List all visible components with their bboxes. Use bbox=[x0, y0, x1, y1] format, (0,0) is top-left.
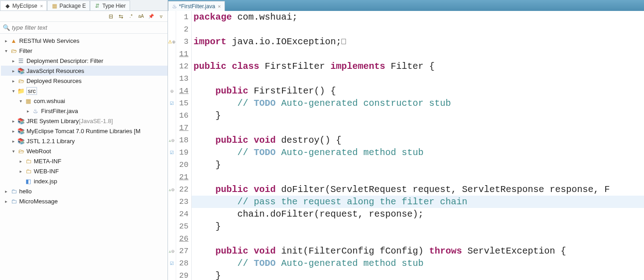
warning-icon[interactable]: ⚠ bbox=[168, 39, 172, 44]
filter-input[interactable] bbox=[12, 24, 165, 31]
code-line[interactable]: } bbox=[192, 159, 644, 171]
code-line[interactable] bbox=[192, 73, 644, 85]
link-with-editor-button[interactable]: ⇆ bbox=[117, 13, 125, 20]
marker-cell[interactable]: ☑ bbox=[168, 97, 176, 109]
line-number[interactable]: 14 bbox=[176, 87, 191, 95]
marker-cell[interactable]: ▵⊖ bbox=[168, 134, 176, 146]
tree-node[interactable]: ▸▲RESTful Web Services bbox=[1, 36, 168, 46]
tree-node[interactable]: ▸📚JavaScript Resources bbox=[1, 66, 168, 76]
marker-cell[interactable]: ⚠⊕ bbox=[168, 36, 176, 48]
task-icon[interactable]: ☑ bbox=[170, 150, 174, 155]
line-number[interactable]: 20 bbox=[176, 161, 191, 169]
code-line[interactable]: public class FirstFilter implements Filt… bbox=[192, 60, 644, 73]
code-line[interactable] bbox=[192, 23, 644, 36]
code-line[interactable]: public void doFilter(ServletRequest requ… bbox=[192, 183, 644, 196]
chevron-right-icon[interactable]: ▸ bbox=[10, 118, 16, 124]
tree-node[interactable]: ▸☰Deployment Descriptor: Filter bbox=[1, 56, 168, 66]
view-tab-package-explorer[interactable]: ▦ Package E bbox=[47, 0, 90, 10]
tree-node[interactable]: ▸🗀MicroMessage bbox=[1, 196, 168, 206]
chevron-down-icon[interactable]: ▾ bbox=[10, 148, 16, 154]
view-tab-myeclipse[interactable]: ◆ MyEclipse × bbox=[0, 0, 47, 10]
fold-minus-icon[interactable]: ⊖ bbox=[170, 89, 174, 93]
tree-node[interactable]: ▸📚JRE System Library [JavaSE-1.8] bbox=[1, 116, 168, 126]
line-number[interactable]: 15 bbox=[176, 99, 191, 108]
fold-minus-icon[interactable]: ⊖ bbox=[171, 249, 175, 254]
chevron-right-icon[interactable]: ▸ bbox=[3, 198, 9, 204]
collapsed-region-icon[interactable] bbox=[341, 39, 346, 44]
close-icon[interactable]: × bbox=[40, 3, 43, 9]
line-number[interactable]: 22 bbox=[176, 185, 191, 194]
marker-cell[interactable]: ▵⊖ bbox=[168, 245, 176, 257]
chevron-right-icon[interactable]: ▸ bbox=[3, 188, 9, 194]
chevron-down-icon[interactable]: ▾ bbox=[10, 88, 16, 94]
line-number[interactable]: 23 bbox=[176, 197, 191, 206]
line-number[interactable]: 25 bbox=[176, 222, 191, 231]
line-number[interactable]: 16 bbox=[176, 111, 191, 120]
line-number[interactable]: 3 bbox=[176, 37, 191, 46]
chevron-right-icon[interactable]: ▸ bbox=[10, 78, 16, 84]
line-number[interactable]: 18 bbox=[176, 136, 191, 145]
chevron-right-icon[interactable]: ▸ bbox=[10, 67, 16, 74]
chevron-right-icon[interactable]: ▸ bbox=[10, 138, 16, 144]
collapse-all-button[interactable]: ⊟ bbox=[107, 13, 115, 20]
chevron-right-icon[interactable]: ▸ bbox=[10, 57, 16, 64]
tree-node[interactable]: ▸🗀hello bbox=[1, 186, 168, 196]
line-number[interactable]: 19 bbox=[176, 148, 191, 157]
tree-node[interactable]: ▾🗁WebRoot bbox=[1, 146, 168, 156]
code-line[interactable]: // pass the request along the filter cha… bbox=[192, 196, 644, 208]
tree-node[interactable]: ▸🗀META-INF bbox=[1, 156, 168, 166]
code-line[interactable]: // TODO Auto-generated method stub bbox=[192, 146, 644, 159]
line-number[interactable]: 26 bbox=[176, 234, 191, 243]
code-line[interactable]: public void init(FilterConfig fConfig) t… bbox=[192, 245, 644, 257]
code-line[interactable] bbox=[192, 233, 644, 245]
marker-cell[interactable]: ▵⊖ bbox=[168, 183, 176, 196]
marker-cell[interactable]: ☑ bbox=[168, 146, 176, 159]
fold-minus-icon[interactable]: ⊖ bbox=[171, 138, 175, 143]
chevron-right-icon[interactable]: ▸ bbox=[3, 37, 9, 44]
code-line[interactable]: import java.io.IOException; bbox=[192, 36, 644, 48]
match-case-button[interactable]: aA bbox=[137, 13, 145, 20]
tree-node[interactable]: ▾🗁Filter bbox=[1, 46, 168, 56]
chevron-right-icon[interactable]: ▸ bbox=[25, 108, 31, 114]
code-line[interactable]: } bbox=[192, 270, 644, 280]
fold-minus-icon[interactable]: ⊖ bbox=[171, 187, 175, 192]
code-area[interactable]: package com.wshuai;import java.io.IOExce… bbox=[192, 11, 644, 280]
task-icon[interactable]: ☑ bbox=[170, 261, 174, 266]
tree-node[interactable]: ▾📁src bbox=[1, 86, 168, 96]
chevron-right-icon[interactable]: ▸ bbox=[17, 158, 24, 164]
line-number[interactable]: 17 bbox=[176, 124, 191, 132]
marker-column[interactable]: ⚠⊕⊖☑▵⊖☑▵⊖▵⊖☑ bbox=[168, 11, 176, 280]
tree-node[interactable]: ▸🗁Deployed Resources bbox=[1, 76, 168, 86]
chevron-down-icon[interactable]: ▾ bbox=[17, 98, 24, 104]
tree-node[interactable]: ◧index.jsp bbox=[1, 176, 168, 186]
line-number-gutter[interactable]: 1231112131415161718192021222324252627282… bbox=[176, 11, 192, 280]
filter-regex-button[interactable]: .* bbox=[127, 13, 135, 20]
line-number[interactable]: 29 bbox=[176, 271, 191, 280]
view-tab-type-hierarchy[interactable]: ⇵ Type Hier bbox=[90, 0, 130, 10]
line-number[interactable]: 28 bbox=[176, 259, 191, 268]
line-number[interactable]: 27 bbox=[176, 247, 191, 255]
line-number[interactable]: 11 bbox=[176, 50, 191, 58]
tree-node[interactable]: ▸📚JSTL 1.2.1 Library bbox=[1, 136, 168, 146]
close-icon[interactable]: × bbox=[218, 4, 220, 9]
code-line[interactable]: chain.doFilter(request, response); bbox=[192, 208, 644, 220]
project-tree[interactable]: ▸▲RESTful Web Services▾🗁Filter▸☰Deployme… bbox=[0, 34, 168, 280]
line-number[interactable]: 21 bbox=[176, 173, 191, 181]
pin-button[interactable]: 📌 bbox=[147, 13, 155, 20]
code-line[interactable]: // TODO Auto-generated constructor stub bbox=[192, 97, 644, 109]
tree-node[interactable]: ▸♨FirstFilter.java bbox=[1, 106, 168, 116]
tree-node[interactable]: ▸📚MyEclipse Tomcat 7.0 Runtime Libraries… bbox=[1, 126, 168, 136]
chevron-right-icon[interactable]: ▸ bbox=[10, 128, 16, 134]
code-line[interactable]: package com.wshuai; bbox=[192, 11, 644, 23]
code-line[interactable] bbox=[192, 48, 644, 60]
marker-cell[interactable]: ⊖ bbox=[168, 85, 176, 97]
tree-node[interactable]: ▸🗀WEB-INF bbox=[1, 166, 168, 176]
line-number[interactable]: 24 bbox=[176, 210, 191, 218]
code-line[interactable]: } bbox=[192, 220, 644, 233]
line-number[interactable]: 13 bbox=[176, 74, 191, 83]
fold-plus-icon[interactable]: ⊕ bbox=[172, 40, 176, 44]
line-number[interactable]: 2 bbox=[176, 25, 191, 34]
code-line[interactable] bbox=[192, 122, 644, 134]
line-number[interactable]: 1 bbox=[176, 13, 191, 21]
code-line[interactable]: // TODO Auto-generated method stub bbox=[192, 257, 644, 270]
